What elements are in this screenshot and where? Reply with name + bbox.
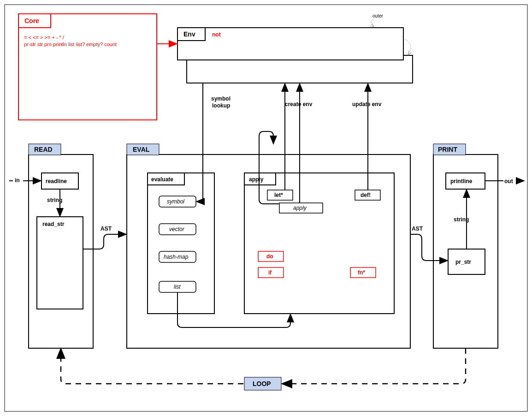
env-outer-label: outer [372, 13, 383, 18]
evaluate-symbol: symbol [167, 198, 184, 205]
read-str-box: read_str [42, 221, 65, 227]
printline-box: printline [450, 178, 473, 184]
print-string-label: string [454, 216, 469, 223]
env-content: not [212, 31, 221, 38]
core-box: Core = < <= > >= + - * / pr-str str prn … [18, 14, 157, 120]
core-line1: = < <= > >= + - * / [24, 35, 65, 40]
loop-box: LOOP [244, 377, 281, 390]
read-box: READ readline read_str in string [9, 144, 93, 348]
apply-let: let* [274, 192, 283, 198]
evaluate-box: evaluate symbol vector hash-map list [148, 173, 214, 314]
eval-title: EVAL [133, 146, 150, 153]
print-title: PRINT [438, 146, 457, 153]
print-box: PRINT printline pr_str out string [433, 144, 523, 348]
read-string-label: string [47, 197, 62, 203]
pr-str-box: pr_str [455, 259, 471, 265]
in-label: in [15, 177, 20, 184]
update-env-label: update env [352, 101, 382, 107]
apply-title: apply [249, 176, 264, 183]
loop-title: LOOP [253, 380, 271, 387]
out-label: out [504, 178, 513, 184]
apply-do: do [266, 253, 273, 260]
evaluate-hashmap: hash-map [164, 254, 189, 260]
env-box: Env not outer [177, 13, 413, 83]
evaluate-vector: vector [169, 226, 185, 232]
core-line2: pr-str str prn println list list? empty?… [24, 42, 117, 47]
svg-rect-3 [18, 14, 157, 120]
ast-label-2: AST [412, 226, 423, 232]
apply-fn: fn* [358, 269, 365, 276]
svg-rect-11 [37, 217, 83, 309]
diagram-canvas: Core = < <= > >= + - * / pr-str str prn … [0, 0, 532, 416]
ast-label-1: AST [100, 226, 112, 232]
symbol-lookup-label1: symbol [211, 95, 231, 102]
apply-if: if [268, 269, 272, 276]
env-title: Env [183, 30, 195, 38]
read-title: READ [34, 146, 53, 153]
core-title: Core [24, 17, 39, 24]
apply-box: apply let* apply def! do if fn* [244, 173, 394, 314]
readline-box: readline [46, 178, 67, 184]
apply-def: def! [361, 192, 371, 198]
apply-inner: apply [293, 205, 307, 211]
create-env-label: create env [285, 101, 313, 107]
evaluate-title: evaluate [151, 176, 173, 183]
evaluate-list: list [174, 284, 181, 290]
loop-to-read-arrow [61, 350, 243, 384]
svg-rect-6 [177, 28, 403, 60]
symbol-lookup-label2: lookup [212, 102, 230, 109]
print-to-loop-arrow [283, 348, 466, 384]
